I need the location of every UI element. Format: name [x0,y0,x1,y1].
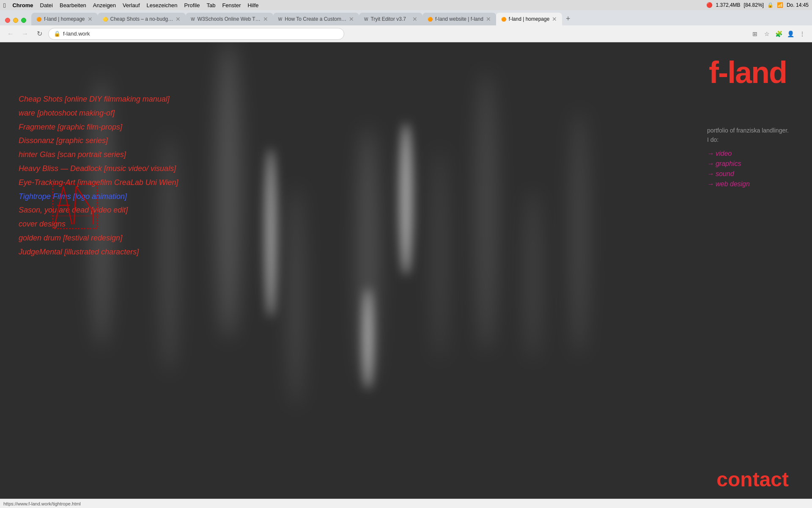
contact-link[interactable]: contact [716,468,789,491]
tab-title-7: f-land | homepage [509,16,550,22]
browser-chrome: 🟠 f-land | homepage ✕ 🟡 Cheap Shots – a … [0,10,812,42]
i-do-text: I do: [707,136,789,143]
nav-link-tightrope[interactable]: Tightrope Films [logo animation] [19,190,178,203]
tab-5[interactable]: W Tryit Editor v3.7 ✕ [359,13,422,25]
tab-favicon-7: 🟠 [501,17,506,22]
nav-link-hinter-glas[interactable]: hinter Glas [scan portrait series] [19,149,178,161]
menu-verlauf[interactable]: Verlauf [123,2,140,8]
menu-lesezeichen[interactable]: Lesezeichen [147,2,178,8]
nav-link-golden-drum[interactable]: golden drum [festival redesign] [19,232,178,244]
portfolio-text: portfolio of franziska landlinger. [707,127,789,134]
tab-7[interactable]: 🟠 f-land | homepage ✕ [496,13,562,25]
nav-link-cover-designs[interactable]: cover designs [19,218,178,230]
forward-button[interactable]: → [19,28,30,39]
apple-icon[interactable]:  [3,2,5,9]
nav-link-sason[interactable]: Sason, you are dead [video edit] [19,204,178,216]
memory-percent: [84.82%] [744,2,764,8]
svg-point-8 [432,148,447,360]
tab-close-7[interactable]: ✕ [552,16,557,22]
svg-point-12 [570,110,589,356]
right-link-video[interactable]: → video [707,150,789,157]
tab-close-3[interactable]: ✕ [263,16,268,22]
tab-1[interactable]: 🟠 f-land | homepage ✕ [31,13,98,25]
right-link-video-label: video [716,150,732,157]
site-logo[interactable]: f-land [709,55,787,90]
right-link-graphics-label: graphics [716,160,741,168]
lock-icon: 🔒 [54,30,60,37]
reader-icon[interactable]: ⊞ [750,29,760,39]
nav-link-dissonanz[interactable]: Dissonanz [graphic series] [19,135,178,147]
address-bar-row: ← → ↻ 🔒 f-land.work ⊞ ☆ 🧩 👤 ⋮ [0,25,812,42]
tab-title-6: f-land website | f-land [435,16,483,22]
tab-favicon-3: W [191,17,195,22]
arrow-icon-graphics: → [707,160,714,168]
wifi-icon: 📶 [777,2,783,8]
menu-dots[interactable]: ⋮ [798,29,807,39]
website-content: f-land Cheap Shots [online DIY filmmakin… [0,42,812,508]
menu-profile[interactable]: Profile [184,2,200,8]
nav-link-judge-mental[interactable]: JudgeMental [illustrated characters] [19,246,178,258]
tab-close-2[interactable]: ✕ [176,16,181,22]
memory-value: 1.372,4MB [716,2,741,8]
arrow-icon-web-design: → [707,180,714,188]
menu-tab[interactable]: Tab [206,2,215,8]
svg-point-9 [475,72,497,351]
tab-6[interactable]: 🟠 f-land website | f-land ✕ [422,13,496,25]
nav-links: Cheap Shots [online DIY filmmaking manua… [19,93,178,258]
menu-bearbeiten[interactable]: Bearbeiten [60,2,86,8]
right-link-web-design-label: web design [716,180,750,188]
svg-point-4 [265,148,277,318]
right-link-sound[interactable]: → sound [707,170,789,178]
memory-indicator: 🔴 [706,2,713,8]
nav-link-ware[interactable]: ware [photoshoot making-of] [19,107,178,119]
right-link-web-design[interactable]: → web design [707,180,789,188]
svg-point-5 [288,186,304,406]
arrow-icon-video: → [707,150,714,157]
menu-fenster[interactable]: Fenster [222,2,241,8]
svg-point-7 [399,123,413,275]
tab-close-1[interactable]: ✕ [88,16,93,22]
traffic-light-fullscreen[interactable] [21,18,26,23]
address-input[interactable]: 🔒 f-land.work [48,28,344,40]
new-tab-button[interactable]: + [562,13,574,25]
back-button[interactable]: ← [5,28,16,39]
tab-3[interactable]: W W3Schools Online Web T… ✕ [186,13,273,25]
extension-icon[interactable]: 🧩 [774,29,783,39]
arrow-icon-sound: → [707,170,714,178]
nav-link-heavy-bliss[interactable]: Heavy Bliss — Deadlock [music video/ vis… [19,163,178,175]
svg-point-3 [216,42,241,339]
svg-point-10 [524,190,541,360]
svg-point-11 [363,288,373,389]
right-links: → video → graphics → sound → web design [707,150,789,188]
nav-link-cheap-shots[interactable]: Cheap Shots [online DIY filmmaking manua… [19,93,178,105]
tab-close-6[interactable]: ✕ [486,16,491,22]
tab-close-5[interactable]: ✕ [412,16,417,22]
traffic-light-minimize[interactable] [13,18,18,23]
tab-title-2: Cheap Shots – a no-budg… [110,16,173,22]
status-bar: https://www.f-land.work/tightrope.html [0,499,812,508]
bookmark-icon[interactable]: ☆ [762,29,771,39]
tab-bar: 🟠 f-land | homepage ✕ 🟡 Cheap Shots – a … [0,10,812,25]
tab-2[interactable]: 🟡 Cheap Shots – a no-budg… ✕ [98,13,186,25]
tab-close-4[interactable]: ✕ [349,16,354,22]
right-link-sound-label: sound [716,170,734,178]
menu-anzeigen[interactable]: Anzeigen [93,2,116,8]
tab-title-4: How To Create a Custom… [285,16,346,22]
traffic-light-close[interactable] [5,18,10,23]
traffic-lights [3,18,31,23]
menu-hilfe[interactable]: Hilfe [247,2,258,8]
right-link-graphics[interactable]: → graphics [707,160,789,168]
address-bar-actions: ⊞ ☆ 🧩 👤 ⋮ [750,29,807,39]
reload-button[interactable]: ↻ [34,28,45,39]
nav-link-eye-tracking[interactable]: Eye-Tracking-Art [imagefilm CreaLab Uni … [19,177,178,189]
nav-link-fragmente[interactable]: Fragmente [graphic film-props] [19,121,178,133]
address-text: f-land.work [63,30,90,37]
menu-bar-right: 🔴 1.372,4MB [84.82%] 🔒 📶 Do. 14:45 [706,2,809,8]
menu-datei[interactable]: Datei [40,2,53,8]
status-url: https://www.f-land.work/tightrope.html [3,501,81,506]
clock: Do. 14:45 [787,2,809,8]
profile-icon[interactable]: 👤 [786,29,795,39]
tab-favicon-2: 🟡 [103,17,108,22]
app-name: Chrome [12,2,33,8]
tab-4[interactable]: W How To Create a Custom… ✕ [273,13,359,25]
